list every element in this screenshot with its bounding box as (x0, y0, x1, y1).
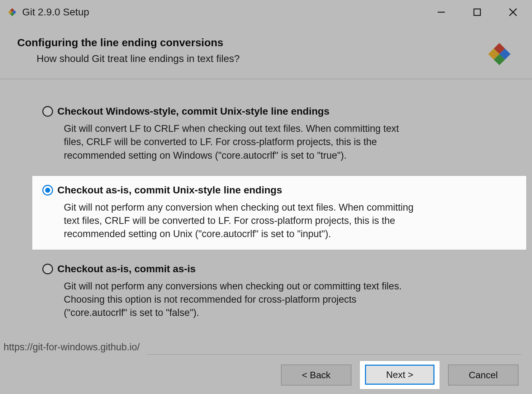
options-area: Checkout Windows-style, commit Unix-styl… (0, 79, 532, 322)
next-button[interactable]: Next > (365, 365, 434, 385)
titlebar: Git 2.9.0 Setup (0, 0, 532, 24)
minimize-button[interactable] (432, 5, 451, 19)
button-row: < Back Next > Cancel (4, 365, 521, 385)
option-checkout-asis-commit-unix[interactable]: Checkout as-is, commit Unix-style line e… (32, 176, 526, 250)
window-title: Git 2.9.0 Setup (22, 6, 89, 18)
radio-icon[interactable] (42, 106, 53, 117)
close-button[interactable] (503, 5, 523, 19)
svg-rect-5 (474, 9, 480, 15)
option-checkout-asis-commit-asis[interactable]: Checkout as-is, commit as-is Git will no… (42, 260, 518, 323)
git-app-icon (6, 6, 19, 19)
option-label: Checkout as-is, commit as-is (57, 263, 196, 275)
window-controls (432, 5, 528, 19)
option-checkout-windows-commit-unix[interactable]: Checkout Windows-style, commit Unix-styl… (42, 103, 518, 165)
cancel-button[interactable]: Cancel (448, 365, 518, 385)
wizard-footer: https://git-for-windows.github.io/ < Bac… (0, 342, 532, 394)
git-logo-icon (483, 38, 516, 70)
next-highlight: Next > (360, 361, 440, 389)
project-url: https://git-for-windows.github.io/ (4, 342, 521, 353)
footer-divider (147, 354, 521, 355)
radio-icon[interactable] (42, 185, 53, 196)
radio-icon[interactable] (42, 264, 53, 274)
option-description: Git will convert LF to CRLF when checkin… (42, 122, 415, 162)
wizard-header: Configuring the line ending conversions … (0, 24, 532, 79)
page-title: Configuring the line ending conversions (17, 37, 483, 49)
option-label: Checkout Windows-style, commit Unix-styl… (57, 106, 329, 117)
option-description: Git will not perform any conversions whe… (42, 280, 415, 320)
maximize-button[interactable] (467, 5, 487, 19)
back-button[interactable]: < Back (281, 365, 351, 385)
page-subtitle: How should Git treat line endings in tex… (17, 53, 483, 64)
option-label: Checkout as-is, commit Unix-style line e… (57, 184, 282, 196)
option-description: Git will not perform any conversion when… (42, 201, 415, 241)
